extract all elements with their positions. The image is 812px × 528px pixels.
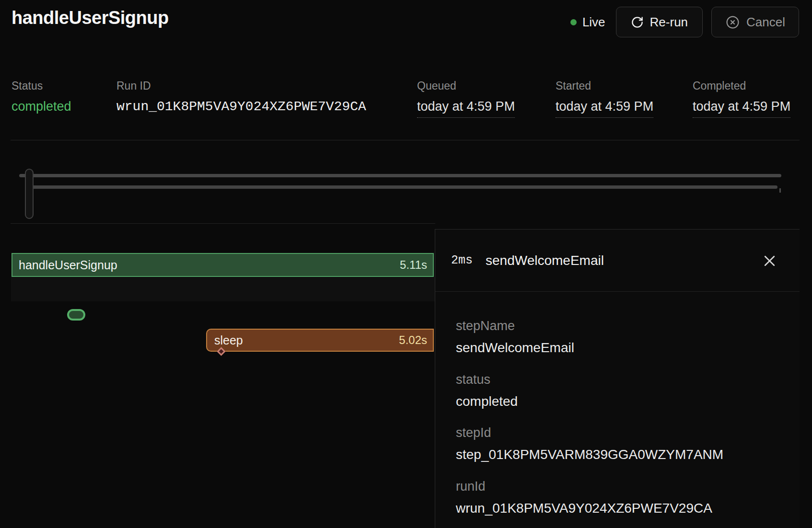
- workflow-run-page: handleUserSignup Live Re-run Cancel Stat…: [0, 0, 812, 528]
- cancel-circle-icon: [725, 15, 740, 30]
- selected-row-highlight: [11, 277, 435, 301]
- refresh-icon: [631, 16, 644, 29]
- meta-queued: Queued today at 4:59 PM: [417, 80, 515, 118]
- status-badge: completed: [12, 99, 71, 114]
- completed-timestamp[interactable]: today at 4:59 PM: [693, 99, 790, 118]
- field-runid-label: runId: [456, 479, 780, 494]
- minimap-divider: [11, 223, 435, 224]
- minimap-end-tick: [779, 188, 781, 193]
- started-timestamp[interactable]: today at 4:59 PM: [556, 99, 653, 118]
- trace-span-handleusersignup[interactable]: handleUserSignup 5.11s: [12, 253, 434, 277]
- span-name: sleep: [214, 333, 243, 347]
- header-divider: [11, 140, 800, 140]
- live-dot-icon: [570, 19, 577, 25]
- field-runid-value: wrun_01K8PM5VA9Y024XZ6PWE7V29CA: [456, 500, 780, 517]
- step-detail-panel: 2ms sendWelcomeEmail stepName sendWelcom…: [435, 229, 800, 528]
- panel-step-duration: 2ms: [451, 253, 473, 267]
- minimap-bar-step: [30, 185, 777, 189]
- meta-completed-label: Completed: [693, 80, 790, 92]
- run-id-value: wrun_01K8PM5VA9Y024XZ6PWE7V29CA: [116, 99, 366, 115]
- field-status-value: completed: [456, 393, 780, 410]
- meta-run-id-label: Run ID: [116, 80, 366, 92]
- meta-status-label: Status: [12, 80, 71, 92]
- live-label: Live: [582, 15, 605, 30]
- trace-span-sendwelcomeemail[interactable]: [67, 309, 85, 321]
- timeline-scrubber-handle[interactable]: [25, 169, 34, 219]
- page-title: handleUserSignup: [12, 8, 169, 28]
- cancel-button[interactable]: Cancel: [711, 7, 799, 37]
- meta-started: Started today at 4:59 PM: [556, 80, 653, 118]
- meta-run-id: Run ID wrun_01K8PM5VA9Y024XZ6PWE7V29CA: [116, 80, 366, 115]
- rerun-button[interactable]: Re-run: [616, 7, 703, 37]
- span-duration: 5.02s: [399, 333, 427, 347]
- close-icon: [763, 254, 777, 268]
- field-status-label: status: [456, 372, 780, 387]
- field-stepname-value: sendWelcomeEmail: [456, 340, 780, 356]
- minimap-bar-run: [19, 174, 781, 177]
- panel-step-title: sendWelcomeEmail: [486, 253, 604, 268]
- span-name: handleUserSignup: [19, 258, 117, 272]
- live-indicator: Live: [570, 15, 605, 30]
- rerun-label: Re-run: [650, 15, 688, 30]
- field-stepname-label: stepName: [456, 319, 780, 333]
- field-stepid-value: step_01K8PM5VARM839GGA0WZYM7ANM: [456, 447, 780, 463]
- panel-body: stepName sendWelcomeEmail status complet…: [435, 292, 800, 516]
- header-actions: Live Re-run Cancel: [570, 7, 799, 37]
- span-duration: 5.11s: [400, 258, 427, 272]
- panel-header: 2ms sendWelcomeEmail: [435, 230, 800, 292]
- trace-span-sleep[interactable]: sleep 5.02s: [206, 329, 434, 352]
- cancel-label: Cancel: [746, 15, 785, 30]
- meta-queued-label: Queued: [417, 80, 515, 92]
- queued-timestamp[interactable]: today at 4:59 PM: [417, 99, 515, 118]
- field-stepid-label: stepId: [456, 425, 780, 440]
- close-panel-button[interactable]: [760, 252, 778, 270]
- meta-started-label: Started: [556, 80, 653, 92]
- meta-completed: Completed today at 4:59 PM: [693, 80, 790, 118]
- meta-status: Status completed: [12, 80, 71, 114]
